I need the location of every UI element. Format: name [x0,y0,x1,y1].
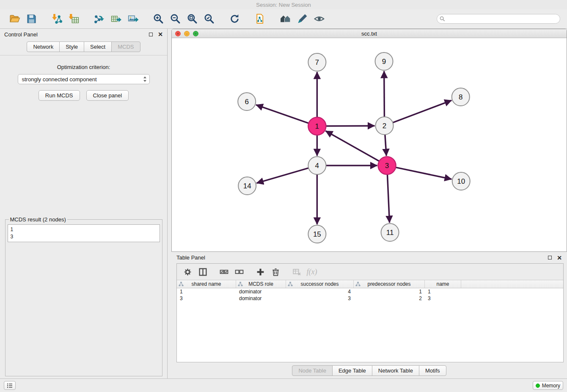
export-network-icon [94,13,105,25]
show-graphics-details-button[interactable] [311,11,327,27]
graph-edge-2-3[interactable] [385,135,386,156]
tab-network[interactable]: Network [27,41,60,52]
column-header-shared-name[interactable]: shared name [177,280,236,288]
run-mcds-button[interactable]: Run MCDS [39,90,80,101]
tab-select[interactable]: Select [84,41,112,52]
select-all-icon [220,268,228,276]
optimization-criterion-select[interactable]: strongly connected component [18,74,150,84]
table-panel-float-icon[interactable] [548,256,552,259]
tab-motifs[interactable]: Motifs [419,365,446,376]
graph-edge-2-9[interactable] [384,71,385,117]
style-brush-button[interactable] [295,11,310,27]
create-column-button[interactable] [254,265,267,278]
memory-button[interactable]: Memory [533,381,563,390]
graph-edge-1-6[interactable] [256,105,309,123]
export-table-icon [110,13,122,25]
cell-predecessor-nodes[interactable]: 2 [354,295,425,302]
zoom-selected-button[interactable] [201,11,217,27]
cell-name[interactable]: 3 [425,295,461,302]
graph-node-label-8: 8 [459,93,462,101]
cell-mcds-role[interactable]: dominator [236,295,286,302]
column-header-predecessor-nodes[interactable]: predecessor nodes [354,280,425,288]
mcds-result-item[interactable]: 1 [11,226,157,233]
window-close-button[interactable]: ✕ [175,31,181,36]
task-history-button[interactable] [4,381,16,390]
control-panel: Control Panel ✕ Network Style Select MCD… [0,29,168,378]
close-panel-button[interactable]: Close panel [86,90,129,101]
export-table-button[interactable] [108,11,124,27]
tab-edge-table[interactable]: Edge Table [332,365,372,376]
cell-successor-nodes[interactable]: 4 [286,288,354,295]
tab-mcds[interactable]: MCDS [111,41,140,52]
network-canvas[interactable]: 7968124314101511 [172,38,567,251]
control-panel-float-icon[interactable] [149,33,153,36]
graph-edge-2-8[interactable] [393,100,451,122]
table-row[interactable]: 3 dominator 3 2 3 [177,295,563,302]
control-panel-title: Control Panel [4,31,38,38]
table-row[interactable]: 1 dominator 4 1 1 [177,288,563,295]
network-window-titlebar[interactable]: ✕ − + scc.txt [172,29,567,38]
cell-predecessor-nodes[interactable]: 1 [354,288,425,295]
show-columns-button[interactable] [196,265,209,278]
graph-node-label-4: 4 [315,162,319,170]
open-session-button[interactable] [7,11,22,27]
cell-name[interactable]: 1 [425,288,461,295]
table-header-row: shared name MCDS role successor nodes [177,280,563,288]
control-panel-close-icon[interactable]: ✕ [158,31,163,37]
select-all-button[interactable] [217,265,230,278]
column-header-successor-nodes[interactable]: successor nodes [286,280,354,288]
delete-table-button[interactable] [290,265,303,278]
zoom-fit-button[interactable] [184,11,200,27]
table-body[interactable]: 1 dominator 4 1 1 3 dominator 3 2 3 [177,288,563,362]
toolbar-search [437,14,560,24]
graph-edge-3-10[interactable] [396,167,451,179]
network-graph[interactable]: 7968124314101511 [172,38,567,251]
function-builder-button[interactable]: f(x) [306,265,318,278]
refresh-icon [229,13,240,25]
mcds-result-item[interactable]: 3 [11,233,157,240]
column-label: predecessor nodes [367,281,410,287]
tab-node-table[interactable]: Node Table [292,365,333,376]
refresh-layout-button[interactable] [227,11,242,27]
copy-network-button[interactable] [252,11,267,27]
import-table-button[interactable] [66,11,81,27]
tab-style[interactable]: Style [59,41,84,52]
search-input[interactable] [437,14,560,24]
import-network-button[interactable] [49,11,64,27]
cell-successor-nodes[interactable]: 3 [286,295,354,302]
graph-edge-4-14[interactable] [256,168,308,183]
graph-node-label-1: 1 [315,122,319,130]
first-neighbors-button[interactable] [278,11,293,27]
application-window: Session: New Session [0,0,567,392]
graph-node-label-10: 10 [457,177,465,185]
task-list-icon [7,383,13,389]
cell-shared-name[interactable]: 3 [177,295,236,302]
graph-node-label-2: 2 [383,122,386,130]
column-header-mcds-role[interactable]: MCDS role [236,280,286,288]
function-icon: f(x) [307,268,317,276]
deselect-all-button[interactable] [233,265,245,278]
cell-mcds-role[interactable]: dominator [236,288,286,295]
graph-edge-3-11[interactable] [387,174,389,223]
table-options-button[interactable] [181,265,194,278]
window-maximize-button[interactable]: + [193,31,198,36]
zoom-in-button[interactable] [151,11,166,27]
graph-node-label-11: 11 [386,229,394,237]
memory-label: Memory [542,383,560,389]
table-panel-close-icon[interactable]: ✕ [557,255,562,261]
mcds-result-list[interactable]: 1 3 [8,224,160,242]
graph-edge-1-2[interactable] [326,126,374,126]
column-label: name [436,281,449,287]
export-image-button[interactable] [125,11,140,27]
delete-column-button[interactable] [269,265,282,278]
export-network-button[interactable] [91,11,107,27]
tab-network-table[interactable]: Network Table [372,365,419,376]
save-session-button[interactable] [24,11,39,27]
window-minimize-button[interactable]: − [184,31,190,36]
column-header-name[interactable]: name [425,280,461,288]
cell-shared-name[interactable]: 1 [177,288,236,295]
zoom-out-button[interactable] [168,11,183,27]
graph-node-label-15: 15 [313,230,321,238]
control-panel-header: Control Panel ✕ [0,29,167,40]
graph-edge-3-1[interactable] [325,131,379,161]
